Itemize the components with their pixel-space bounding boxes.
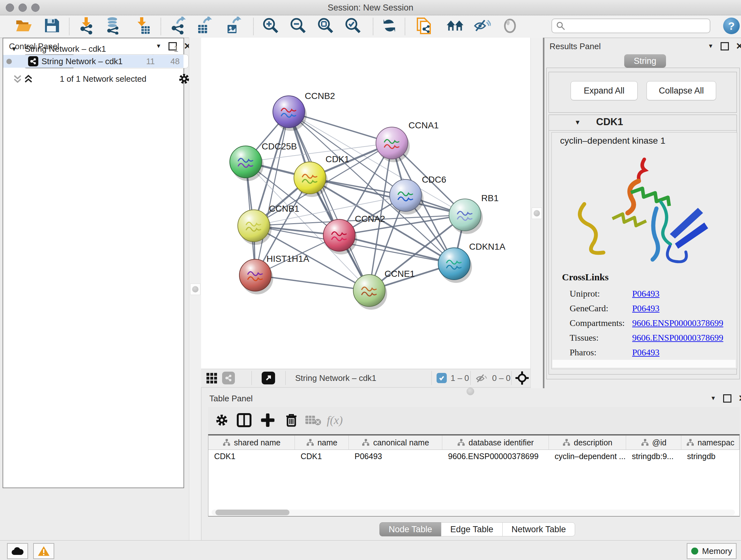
table-cell[interactable]: 9606.ENSP00000378699 (442, 452, 549, 461)
crosslink-link[interactable]: 9606.ENSP00000378699 (632, 333, 723, 343)
tab-string[interactable]: String (624, 54, 666, 68)
search-input[interactable] (551, 18, 711, 33)
close-panel-icon[interactable]: ✕ (738, 393, 741, 403)
tab-node-table[interactable]: Node Table (380, 522, 441, 537)
export-network-icon[interactable] (169, 17, 187, 35)
crosslink-link[interactable]: P06493 (632, 289, 660, 299)
export-table-icon[interactable] (195, 17, 213, 35)
eye-icon[interactable] (501, 17, 519, 35)
column-header-canonical-name[interactable]: canonical name (349, 435, 442, 449)
column-type-icon (562, 439, 570, 446)
copy-network-icon[interactable] (415, 17, 433, 35)
eye-slash-icon[interactable] (473, 17, 491, 35)
memory-button[interactable]: Memory (687, 543, 737, 559)
birdseye-navigator-icon[interactable] (515, 371, 529, 385)
column-header-shared-name[interactable]: shared name (208, 435, 295, 449)
zoom-in-icon[interactable] (262, 17, 280, 35)
refresh-icon[interactable] (381, 17, 398, 35)
table-tabs: Node TableEdge TableNetwork Table (380, 522, 575, 537)
table-cell[interactable]: CDK1 (295, 452, 349, 461)
gene-details: cyclin–dependent kinase 1 C (551, 132, 737, 369)
collapse-all-button[interactable]: Collapse All (647, 81, 716, 100)
crosslink-link[interactable]: P06493 (632, 348, 660, 358)
column-type-icon (457, 439, 465, 446)
right-splitter[interactable] (530, 38, 543, 388)
import-table-icon[interactable] (134, 17, 152, 35)
column-label: shared name (234, 438, 280, 447)
crosslink-link[interactable]: P06493 (632, 303, 660, 314)
table-row[interactable]: CDK1CDK1P064939606.ENSP00000378699cyclin… (208, 450, 739, 462)
network-canvas[interactable]: CCNB2CCNA1CDC25BCDK1CDC6RB1CCNB1CCNA2CDK… (201, 38, 530, 369)
column-header-database-identifier[interactable]: database identifier (442, 435, 549, 449)
cloud-icon (11, 547, 24, 556)
zoom-out-icon[interactable] (289, 17, 307, 35)
crosslink-link[interactable]: 9606.ENSP00000378699 (632, 318, 723, 328)
network-row-selected[interactable]: String Network – cdk1 11 48 (3, 55, 184, 68)
left-splitter[interactable] (189, 38, 201, 540)
node-label-ccna1: CCNA1 (408, 120, 439, 130)
export-image-icon[interactable] (225, 17, 243, 35)
expand-all-icon[interactable] (23, 74, 33, 84)
toolbar-separator (470, 371, 471, 385)
table-horizontal-scrollbar[interactable] (212, 509, 735, 515)
collection-disclosure-icon[interactable]: ▼ (11, 45, 17, 53)
results-panel-title: Results Panel (549, 42, 601, 51)
right-splitter-handle[interactable] (532, 207, 542, 219)
selected-checkbox-icon[interactable] (436, 373, 447, 383)
network-selected-status: 1 of 1 Network selected (41, 74, 165, 84)
column-header-namespac[interactable]: namespac (681, 435, 739, 449)
close-panel-icon[interactable]: ✕ (736, 41, 741, 51)
network-view-icon[interactable] (222, 372, 235, 384)
open-folder-icon[interactable] (14, 17, 32, 35)
horizontal-splitter[interactable] (201, 387, 530, 392)
delete-column-trash-icon[interactable] (282, 411, 300, 429)
tab-edge-table[interactable]: Edge Table (441, 522, 502, 537)
tab-network-table[interactable]: Network Table (502, 522, 576, 537)
network-graph[interactable]: CCNB2CCNA1CDC25BCDK1CDC6RB1CCNB1CCNA2CDK… (201, 38, 530, 369)
protein-structure-image (564, 150, 718, 267)
help-icon[interactable]: ? (723, 17, 740, 34)
scrollbar-thumb[interactable] (215, 509, 289, 515)
import-database-icon[interactable] (104, 17, 122, 35)
warning-button[interactable] (33, 543, 54, 559)
panel-menu-icon[interactable]: ▼ (708, 43, 714, 50)
toolbar-separator (405, 18, 405, 35)
select-columns-icon[interactable] (235, 411, 253, 429)
panel-menu-icon[interactable]: ▼ (711, 395, 716, 401)
node-label-rb1: RB1 (481, 193, 498, 203)
zoom-selected-icon[interactable] (344, 17, 362, 35)
float-panel-icon[interactable] (723, 394, 731, 402)
expand-all-button[interactable]: Expand All (570, 81, 637, 100)
node-label-hist1h1a: HIST1H1A (266, 254, 309, 264)
table-settings-gear-icon[interactable] (212, 411, 231, 429)
table-cell[interactable]: stringdb:9... (626, 452, 681, 461)
table-cell[interactable]: stringdb (681, 452, 739, 461)
toolbar-separator (160, 18, 161, 35)
network-edge[interactable] (255, 112, 289, 275)
table-cell[interactable]: CDK1 (208, 452, 295, 461)
table-cell[interactable]: P06493 (349, 452, 442, 461)
results-scroll-track[interactable] (552, 360, 736, 368)
grid-view-icon[interactable] (206, 373, 218, 384)
gear-icon[interactable] (179, 73, 190, 84)
add-column-icon[interactable] (259, 411, 277, 429)
left-splitter-handle[interactable] (190, 284, 200, 295)
collapse-all-icon[interactable] (13, 74, 22, 84)
import-network-icon[interactable] (77, 17, 95, 35)
column-header-name[interactable]: name (295, 435, 349, 449)
network-edge[interactable] (289, 112, 369, 291)
column-header-description[interactable]: description (549, 435, 626, 449)
gene-disclosure-icon[interactable]: ▼ (575, 119, 581, 126)
main-toolbar: ? (0, 15, 741, 38)
detach-view-icon[interactable] (262, 372, 275, 384)
table-cell[interactable]: cyclin–dependent ... (549, 452, 626, 461)
column-header-id[interactable]: @id (626, 435, 681, 449)
network-collection-row[interactable]: ▼ String Network – cdk1 1 (3, 43, 184, 55)
save-icon[interactable] (43, 17, 61, 35)
float-panel-icon[interactable] (721, 42, 729, 51)
zoom-fit-icon[interactable] (317, 17, 334, 35)
cloud-button[interactable] (7, 543, 28, 559)
houses-icon[interactable] (446, 17, 464, 35)
crosslink-label: GeneCard: (569, 303, 632, 314)
crosslink-label: Pharos: (569, 348, 632, 358)
